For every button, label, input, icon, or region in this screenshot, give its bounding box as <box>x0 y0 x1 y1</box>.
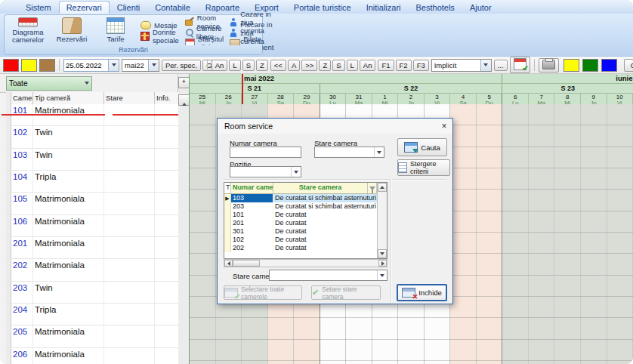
date-dropdown-button[interactable] <box>108 60 119 71</box>
chevron-down-icon[interactable] <box>377 270 387 280</box>
toolbar-button[interactable]: Z <box>319 60 331 71</box>
toolbar-button[interactable]: An <box>360 60 376 71</box>
day-column[interactable] <box>607 104 633 364</box>
numar-camera-field[interactable] <box>230 147 301 158</box>
table-row[interactable]: 206 Matrimoniala <box>6 348 178 364</box>
day-column[interactable] <box>581 104 607 364</box>
selectare-toate-button[interactable]: Selectare toate camerele <box>224 285 302 300</box>
print-button[interactable] <box>539 58 559 72</box>
grid-row[interactable]: 203 De curatat si schimbat asternuturi <box>224 202 377 211</box>
stare-camera-combo[interactable] <box>314 147 384 158</box>
day-column[interactable] <box>502 104 529 364</box>
ribbon-button[interactable]: Rezervări <box>50 17 94 45</box>
table-row[interactable]: 202 Matrimoniala <box>6 259 178 281</box>
grid-filter-cell[interactable]: T <box>224 183 231 193</box>
toolbar-button[interactable]: L <box>347 60 358 71</box>
cauta-button[interactable]: Cauta <box>397 138 447 156</box>
table-row[interactable]: 102 Twin <box>6 126 178 148</box>
menu-item[interactable]: Clienti <box>110 1 148 14</box>
expand-button[interactable]: + <box>178 77 190 88</box>
column-header-camera[interactable]: Cameră <box>11 92 33 104</box>
color-swatch[interactable] <box>3 59 19 72</box>
table-row[interactable]: 103 Twin <box>6 149 178 171</box>
toolbar-button[interactable]: S <box>332 60 344 71</box>
day-column[interactable] <box>529 104 555 364</box>
numar-camera-input[interactable] <box>230 147 301 157</box>
color-swatch[interactable] <box>39 59 55 72</box>
ribbon-button[interactable]: Tarife <box>94 17 137 45</box>
room-filter-combo[interactable]: Toate <box>6 76 92 91</box>
scroll-up-button[interactable] <box>178 94 190 106</box>
toolbar-button[interactable]: Per. spec. <box>162 60 201 71</box>
grid-row[interactable]: 201 De curatat <box>224 219 377 227</box>
toolbar-button[interactable]: >> <box>301 60 317 71</box>
toolbar-button[interactable]: An <box>212 60 228 71</box>
table-row[interactable]: 106 Matrimoniala <box>6 215 178 237</box>
color-swatch[interactable] <box>582 59 598 72</box>
color-swatch[interactable] <box>564 59 579 72</box>
grid-row[interactable]: 103 De curatat si schimbat asternuturi <box>224 194 377 202</box>
table-row[interactable]: 205 Matrimoniala <box>6 325 178 347</box>
inchide-button[interactable]: Inchide <box>397 284 447 301</box>
close-icon[interactable]: × <box>436 121 452 131</box>
grid-column-stare[interactable]: Stare camera <box>273 183 368 193</box>
scrollbar-thumb[interactable] <box>233 260 260 267</box>
pozitie-combo[interactable] <box>230 166 301 177</box>
column-header-stare[interactable]: Stare <box>104 92 155 104</box>
scroll-right-button[interactable] <box>378 260 387 267</box>
menu-item[interactable]: Ajutor <box>462 1 499 14</box>
ribbon-button[interactable]: Diagrama camerelor <box>6 17 50 45</box>
menu-item[interactable]: Initializari <box>359 1 409 14</box>
save-plan-button[interactable] <box>510 57 530 73</box>
menu-item[interactable]: Contabile <box>147 1 197 14</box>
table-row[interactable]: 201 Matrimoniala <box>6 237 178 259</box>
table-row[interactable]: 203 Twin <box>6 282 178 304</box>
filter-icon[interactable] <box>368 183 377 193</box>
bottom-stare-combo[interactable] <box>269 270 388 281</box>
toolbar-button[interactable]: L <box>229 60 240 71</box>
day-column[interactable] <box>477 104 503 364</box>
menu-item[interactable]: Rezervari <box>59 1 110 14</box>
toolbar-button[interactable]: F2 <box>396 60 412 71</box>
profile-combo[interactable]: Implicit <box>431 59 492 72</box>
date-input[interactable] <box>64 61 108 69</box>
toolbar-button[interactable]: F3 <box>413 60 429 71</box>
setare-stare-button[interactable]: ✔ Setare stare camera <box>311 285 381 300</box>
grid-vertical-scrollbar[interactable] <box>377 183 387 258</box>
profile-dropdown-button[interactable] <box>480 60 491 71</box>
date-field[interactable] <box>63 59 119 72</box>
toolbar-button[interactable]: << <box>270 60 286 71</box>
month-combo[interactable]: mai22 <box>122 59 159 72</box>
menu-item[interactable]: Portale turistice <box>286 1 359 14</box>
grid-row[interactable]: 102 De curatat <box>224 236 377 244</box>
color-swatch[interactable] <box>601 59 617 72</box>
grid-row[interactable]: 301 De curatat <box>224 227 377 236</box>
more-button[interactable]: ... <box>494 60 508 71</box>
color-swatch[interactable] <box>21 59 37 72</box>
day-column[interactable] <box>190 104 216 364</box>
stergere-criterii-button[interactable]: Stergere criterii <box>397 159 450 176</box>
dialog-title-bar[interactable]: Room service × <box>218 119 452 134</box>
month-dropdown-button[interactable] <box>148 60 159 71</box>
chevron-down-icon[interactable] <box>374 147 384 157</box>
toolbar-button[interactable]: A <box>288 60 300 71</box>
grid-horizontal-scrollbar[interactable] <box>224 259 388 267</box>
menu-item[interactable]: Sistem <box>18 1 59 14</box>
scroll-up-button[interactable] <box>378 183 387 192</box>
toolbar-button[interactable]: Z <box>256 60 268 71</box>
scroll-left-button[interactable] <box>224 260 233 267</box>
grid-row[interactable]: 101 De curatat <box>224 211 377 219</box>
table-row[interactable]: 105 Matrimoniala <box>6 193 178 214</box>
grid-column-numar[interactable]: Numar came... <box>231 183 273 193</box>
day-column[interactable] <box>554 104 581 364</box>
table-row[interactable]: 104 Tripla <box>6 171 178 193</box>
grid-row[interactable]: 202 De curatat <box>224 244 377 252</box>
read-card-button[interactable]: Citeste card <box>624 59 633 72</box>
toolbar-button[interactable]: S <box>242 60 255 71</box>
scroll-down-button[interactable] <box>378 249 387 258</box>
toolbar-button[interactable]: F1 <box>378 60 394 71</box>
chevron-down-icon[interactable] <box>291 167 301 177</box>
ribbon-button[interactable]: Dorinte speciale <box>140 32 179 41</box>
column-header-info[interactable]: Info. <box>155 92 178 104</box>
table-row[interactable]: 204 Tripla <box>6 304 178 325</box>
